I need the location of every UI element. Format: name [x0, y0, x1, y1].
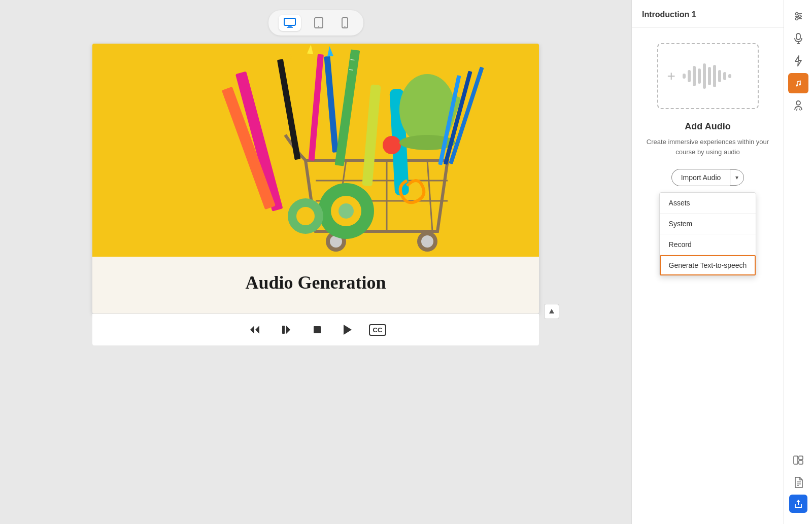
svg-rect-0 — [284, 18, 295, 25]
layout-icon-button[interactable] — [788, 450, 808, 470]
svg-point-6 — [344, 26, 345, 27]
svg-point-39 — [339, 203, 354, 219]
svg-rect-45 — [282, 326, 285, 334]
music-icon-button[interactable] — [788, 73, 808, 93]
panel-header: Introduction 1 — [632, 10, 784, 28]
mobile-view-button[interactable] — [336, 14, 353, 31]
dropdown-item-record[interactable]: Record — [660, 234, 756, 255]
slide-preview: Audio Generation — [92, 44, 539, 313]
svg-rect-65 — [796, 33, 800, 40]
svg-point-62 — [795, 13, 798, 15]
import-audio-caret[interactable]: ▾ — [730, 169, 744, 186]
import-audio-dropdown: Assets System Record Generate Text-to-sp… — [659, 192, 757, 276]
svg-point-64 — [795, 18, 798, 20]
svg-rect-55 — [713, 65, 716, 87]
svg-marker-44 — [286, 326, 290, 334]
lightning-icon-button[interactable] — [788, 51, 808, 71]
svg-point-71 — [799, 84, 801, 86]
svg-point-63 — [798, 15, 801, 18]
svg-point-72 — [796, 101, 800, 105]
audio-icon-area: + — [657, 43, 759, 109]
mic-icon-button[interactable] — [788, 28, 808, 49]
svg-rect-69 — [794, 79, 803, 88]
slide-image — [92, 44, 539, 257]
panel-title: Introduction 1 — [642, 10, 696, 19]
step-back-button[interactable] — [277, 322, 296, 337]
play-button[interactable] — [339, 322, 357, 337]
desktop-view-button[interactable] — [279, 15, 301, 31]
tablet-view-button[interactable] — [309, 14, 328, 31]
svg-rect-49 — [683, 74, 686, 79]
audio-panel: Introduction 1 + — [631, 0, 784, 524]
add-audio-label: Add Audio — [685, 121, 730, 132]
main-area: Audio Generation — [0, 0, 631, 524]
svg-marker-68 — [795, 56, 801, 66]
device-toolbar — [268, 10, 363, 36]
cc-button[interactable]: CC — [369, 324, 387, 336]
rewind-button[interactable] — [245, 322, 264, 337]
svg-marker-43 — [255, 326, 259, 334]
slide-title: Audio Generation — [103, 272, 529, 293]
person-icon-button[interactable] — [788, 95, 808, 116]
right-sidebar — [784, 0, 812, 524]
svg-marker-42 — [250, 326, 254, 334]
svg-rect-53 — [703, 63, 706, 89]
slide-area-wrapper: Audio Generation — [92, 44, 539, 345]
svg-rect-50 — [688, 70, 691, 82]
svg-rect-52 — [698, 68, 701, 84]
playback-controls: CC — [92, 313, 539, 345]
svg-rect-57 — [723, 72, 726, 80]
svg-rect-77 — [799, 461, 803, 464]
svg-rect-76 — [799, 456, 803, 460]
app-container: Audio Generation — [0, 0, 812, 524]
svg-rect-58 — [728, 74, 731, 78]
svg-marker-81 — [796, 500, 800, 502]
panel-body: + A — [632, 28, 784, 524]
svg-point-16 — [421, 235, 433, 248]
svg-point-41 — [296, 207, 315, 225]
dropdown-item-assets[interactable]: Assets — [660, 193, 756, 214]
dropdown-item-system[interactable]: System — [660, 214, 756, 234]
svg-point-4 — [318, 26, 319, 27]
svg-marker-48 — [549, 309, 554, 313]
filter-icon-button[interactable] — [788, 6, 808, 26]
svg-point-70 — [796, 85, 798, 87]
import-audio-button[interactable]: Import Audio — [671, 169, 730, 186]
svg-line-74 — [799, 109, 800, 111]
scroll-up-button[interactable] — [544, 304, 559, 319]
file-icon-button[interactable] — [788, 472, 808, 493]
svg-rect-51 — [693, 66, 696, 86]
slide-title-area: Audio Generation — [92, 257, 539, 313]
svg-rect-75 — [794, 456, 798, 464]
svg-rect-56 — [718, 70, 721, 82]
stop-button[interactable] — [308, 323, 326, 337]
dropdown-item-generate-tts[interactable]: Generate Text-to-speech — [660, 255, 756, 275]
waveform-icon — [678, 61, 738, 91]
share-button[interactable] — [789, 495, 807, 513]
svg-rect-54 — [708, 67, 711, 85]
svg-rect-46 — [314, 326, 321, 333]
svg-line-73 — [796, 109, 797, 111]
svg-point-30 — [383, 136, 401, 154]
add-audio-desc: Create immersive experiences within your… — [642, 137, 773, 157]
add-plus-icon: + — [667, 68, 675, 84]
import-audio-button-group: Import Audio ▾ — [671, 169, 745, 186]
svg-marker-47 — [344, 325, 352, 335]
